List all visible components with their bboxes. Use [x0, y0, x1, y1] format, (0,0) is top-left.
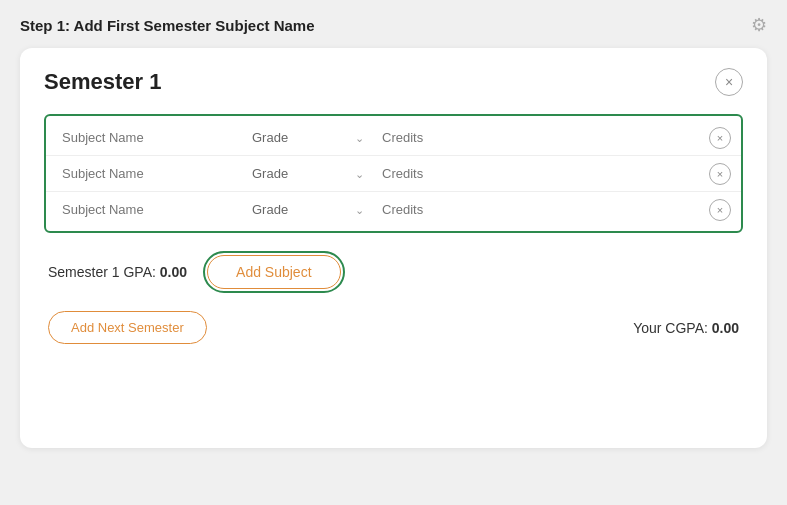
cgpa-value: 0.00 — [712, 320, 739, 336]
add-next-semester-button[interactable]: Add Next Semester — [48, 311, 207, 344]
grade-select-wrapper: Grade A+AA- B+BB- C+CC- DF ⌄ — [246, 126, 366, 149]
page-header: Step 1: Add First Semester Subject Name … — [0, 0, 787, 44]
grade-select-wrapper: Grade A+AA- B+BB- C+CC- DF ⌄ — [246, 198, 366, 221]
credits-input[interactable] — [376, 198, 699, 221]
settings-icon[interactable]: ⚙ — [751, 14, 767, 36]
add-subject-button[interactable]: Add Subject — [207, 255, 341, 289]
semester-card: Semester 1 × Grade A+AA- B+BB- C+CC- DF … — [20, 48, 767, 448]
cgpa-label: Your CGPA: 0.00 — [633, 320, 739, 336]
subjects-area: Grade A+AA- B+BB- C+CC- DF ⌄ × Grade — [44, 114, 743, 233]
semester-title: Semester 1 — [44, 69, 161, 95]
remove-subject-button[interactable]: × — [709, 127, 731, 149]
bottom-row: Add Next Semester Your CGPA: 0.00 — [44, 311, 743, 344]
gpa-label: Semester 1 GPA: 0.00 — [48, 264, 187, 280]
credits-input[interactable] — [376, 126, 699, 149]
gpa-value: 0.00 — [160, 264, 187, 280]
main-content: Semester 1 × Grade A+AA- B+BB- C+CC- DF … — [0, 44, 787, 458]
credits-input[interactable] — [376, 162, 699, 185]
remove-subject-button[interactable]: × — [709, 199, 731, 221]
grade-select[interactable]: Grade A+AA- B+BB- C+CC- DF — [246, 126, 366, 149]
remove-subject-button[interactable]: × — [709, 163, 731, 185]
grade-select-wrapper: Grade A+AA- B+BB- C+CC- DF ⌄ — [246, 162, 366, 185]
gpa-row: Semester 1 GPA: 0.00 Add Subject — [44, 251, 743, 293]
grade-select[interactable]: Grade A+AA- B+BB- C+CC- DF — [246, 162, 366, 185]
table-row: Grade A+AA- B+BB- C+CC- DF ⌄ × — [46, 120, 741, 155]
semester-header: Semester 1 × — [44, 68, 743, 96]
table-row: Grade A+AA- B+BB- C+CC- DF ⌄ × — [46, 191, 741, 227]
page-title: Step 1: Add First Semester Subject Name — [20, 17, 315, 34]
close-semester-button[interactable]: × — [715, 68, 743, 96]
add-subject-btn-wrapper: Add Subject — [203, 251, 345, 293]
subject-name-input[interactable] — [56, 126, 236, 149]
subject-name-input[interactable] — [56, 162, 236, 185]
subject-name-input[interactable] — [56, 198, 236, 221]
table-row: Grade A+AA- B+BB- C+CC- DF ⌄ × — [46, 155, 741, 191]
grade-select[interactable]: Grade A+AA- B+BB- C+CC- DF — [246, 198, 366, 221]
